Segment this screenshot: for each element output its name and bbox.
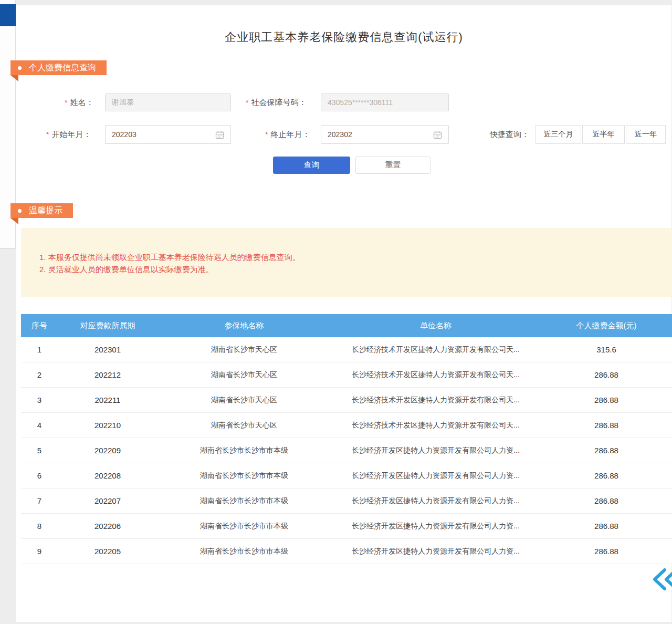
ssn-field-label: *社会保障号码：: [246, 98, 306, 108]
ribbon-fold-decoration: [10, 218, 18, 224]
table-row: 7 202207 湖南省长沙市长沙市市本级 长沙经济开发区捷特人力资源开发有限公…: [21, 488, 672, 514]
cell-company: 长沙经济开发区捷特人力资源开发有限公司人力资...: [331, 471, 541, 481]
cell-seq: 6: [21, 471, 58, 480]
table-row: 1 202301 湖南省长沙市天心区 长沙经济技术开发区捷特人力资源开发有限公司…: [21, 337, 672, 362]
cell-company: 长沙经济技术开发区捷特人力资源开发有限公司天...: [331, 396, 541, 405]
cell-amount: 286.88: [541, 421, 672, 430]
tips-line-2: 2. 灵活就业人员的缴费单位信息以实际缴费为准。: [39, 263, 672, 275]
cell-amount: 286.88: [541, 547, 672, 556]
cell-amount: 286.88: [541, 446, 672, 455]
cell-seq: 3: [21, 396, 58, 404]
cell-period: 202209: [58, 446, 158, 455]
quick-query-last-year-button[interactable]: 近一年: [626, 125, 666, 144]
cell-company: 长沙经济开发区捷特人力资源开发有限公司人力资...: [331, 446, 541, 455]
cell-area: 湖南省长沙市天心区: [158, 421, 331, 430]
col-header-company: 单位名称: [331, 321, 541, 331]
calendar-icon[interactable]: [215, 130, 224, 139]
start-month-input[interactable]: 202203: [105, 125, 231, 144]
cell-period: 202208: [58, 471, 158, 480]
name-field-label: *姓名：: [65, 98, 93, 108]
cell-company: 长沙经济技术开发区捷特人力资源开发有限公司天...: [331, 370, 541, 380]
cell-amount: 286.88: [541, 522, 672, 531]
table-row: 3 202211 湖南省长沙市天心区 长沙经济技术开发区捷特人力资源开发有限公司…: [21, 388, 672, 413]
name-field: 谢旭泰: [105, 93, 231, 111]
cell-period: 202211: [58, 396, 158, 404]
cell-area: 湖南省长沙市长沙市市本级: [158, 547, 331, 556]
tips-line-1: 1. 本服务仅提供尚未领取企业职工基本养老保险待遇人员的缴费信息查询。: [39, 251, 672, 263]
payment-table: 序号 对应费款所属期 参保地名称 单位名称 个人缴费金额(元) 1 202301…: [21, 314, 672, 564]
reset-button[interactable]: 重置: [355, 157, 430, 174]
calendar-icon[interactable]: [433, 130, 442, 139]
section-ribbon-tips-label: 温馨提示: [29, 205, 62, 216]
cell-seq: 7: [21, 496, 58, 505]
double-left-chevron-icon[interactable]: [651, 567, 672, 591]
pension-query-page: 企业职工基本养老保险缴费信息查询(试运行) 个人缴费信息查询 *姓名： 谢旭泰 …: [0, 0, 672, 624]
required-asterisk: *: [265, 130, 268, 139]
cell-area: 湖南省长沙市天心区: [158, 396, 331, 405]
table-header-row: 序号 对应费款所属期 参保地名称 单位名称 个人缴费金额(元): [21, 314, 672, 337]
table-row: 9 202205 湖南省长沙市长沙市市本级 长沙经济开发区捷特人力资源开发有限公…: [21, 539, 672, 564]
cell-seq: 1: [21, 345, 58, 354]
cell-area: 湖南省长沙市长沙市市本级: [158, 471, 331, 481]
cell-area: 湖南省长沙市天心区: [158, 370, 331, 380]
end-month-value: 202302: [328, 130, 433, 139]
bullet-dot-icon: [18, 66, 22, 70]
cell-amount: 286.88: [541, 471, 672, 480]
cell-period: 202206: [58, 522, 158, 531]
quick-query-last-6-months-button[interactable]: 近半年: [582, 125, 625, 144]
name-field-value: 谢旭泰: [112, 98, 134, 107]
ssn-field-value: 430525******306111: [328, 98, 393, 107]
required-asterisk: *: [246, 98, 248, 107]
cell-seq: 4: [21, 421, 58, 430]
cell-amount: 315.6: [541, 345, 672, 354]
table-row: 4 202210 湖南省长沙市天心区 长沙经济技术开发区捷特人力资源开发有限公司…: [21, 413, 672, 438]
col-header-amount: 个人缴费金额(元): [541, 321, 672, 331]
col-header-seq: 序号: [21, 321, 58, 331]
cell-area: 湖南省长沙市天心区: [158, 345, 331, 355]
query-button[interactable]: 查询: [273, 157, 350, 174]
cell-company: 长沙经济开发区捷特人力资源开发有限公司人力资...: [331, 496, 541, 506]
cell-company: 长沙经济开发区捷特人力资源开发有限公司人力资...: [331, 522, 541, 531]
start-month-label: *开始年月：: [46, 130, 91, 140]
col-header-area: 参保地名称: [158, 321, 331, 331]
tips-notice-box: 1. 本服务仅提供尚未领取企业职工基本养老保险待遇人员的缴费信息查询。 2. 灵…: [21, 228, 672, 297]
page-title: 企业职工基本养老保险缴费信息查询(试运行): [16, 29, 672, 45]
cell-area: 湖南省长沙市长沙市市本级: [158, 446, 331, 455]
cell-seq: 2: [21, 370, 58, 379]
bullet-dot-icon: [18, 209, 22, 213]
end-month-input[interactable]: 202302: [321, 125, 449, 144]
quick-query-last-3-months-button[interactable]: 近三个月: [536, 125, 581, 144]
cell-seq: 9: [21, 547, 58, 556]
cell-seq: 8: [21, 522, 58, 531]
section-ribbon-query-label: 个人缴费信息查询: [29, 63, 96, 74]
table-row: 2 202212 湖南省长沙市天心区 长沙经济技术开发区捷特人力资源开发有限公司…: [21, 362, 672, 388]
ribbon-fold-decoration: [10, 75, 18, 81]
cell-period: 202301: [58, 345, 158, 354]
quick-query-label: 快捷查询：: [490, 130, 529, 140]
cell-company: 长沙经济技术开发区捷特人力资源开发有限公司天...: [331, 345, 541, 355]
table-row: 5 202209 湖南省长沙市长沙市市本级 长沙经济开发区捷特人力资源开发有限公…: [21, 438, 672, 463]
cell-period: 202212: [58, 370, 158, 379]
table-row: 8 202206 湖南省长沙市长沙市市本级 长沙经济开发区捷特人力资源开发有限公…: [21, 514, 672, 539]
cell-area: 湖南省长沙市长沙市市本级: [158, 496, 331, 506]
cell-company: 长沙经济技术开发区捷特人力资源开发有限公司天...: [331, 421, 541, 430]
start-month-value: 202203: [112, 130, 215, 139]
cell-amount: 286.88: [541, 370, 672, 379]
col-header-period: 对应费款所属期: [58, 321, 158, 331]
end-month-label: *终止年月：: [265, 130, 310, 140]
cell-company: 长沙经济开发区捷特人力资源开发有限公司人力资...: [331, 547, 541, 556]
cell-amount: 286.88: [541, 396, 672, 404]
cell-period: 202207: [58, 496, 158, 505]
required-asterisk: *: [46, 130, 49, 139]
cell-seq: 5: [21, 446, 58, 455]
required-asterisk: *: [65, 98, 67, 107]
ssn-field: 430525******306111: [321, 93, 449, 111]
cell-period: 202210: [58, 421, 158, 430]
section-ribbon-query: 个人缴费信息查询: [10, 60, 107, 75]
table-row: 6 202208 湖南省长沙市长沙市市本级 长沙经济开发区捷特人力资源开发有限公…: [21, 463, 672, 488]
sidebar-active-indicator[interactable]: [0, 4, 18, 26]
cell-area: 湖南省长沙市长沙市市本级: [158, 522, 331, 531]
section-ribbon-tips: 温馨提示: [10, 203, 73, 218]
cell-period: 202205: [58, 547, 158, 556]
cell-amount: 286.88: [541, 496, 672, 505]
